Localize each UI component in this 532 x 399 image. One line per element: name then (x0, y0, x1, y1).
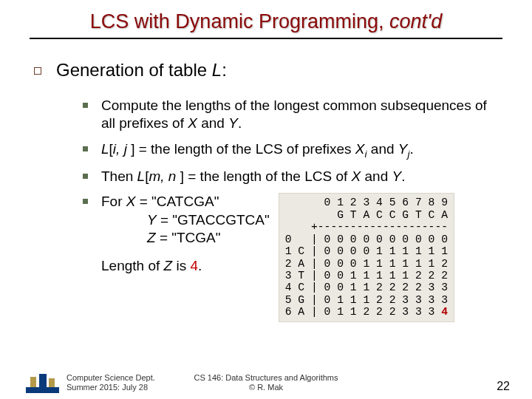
b2-X: X (355, 141, 365, 157)
svg-rect-1 (30, 377, 36, 387)
h1-text: Generation of table L: (56, 60, 227, 81)
ex-Y-val: = "GTACCGTCA" (157, 212, 270, 228)
bullet-marker-fill (83, 199, 88, 204)
b1-end: . (238, 115, 242, 131)
slide-title: LCS with Dynamic Programming, cont'd (30, 10, 502, 39)
level2-container: Compute the lengths of the longest commo… (83, 97, 502, 322)
svg-rect-0 (26, 387, 59, 393)
bullet-marker-fill (83, 174, 88, 179)
title-main: LCS with Dynamic Programming, (90, 10, 389, 33)
len-dot: . (198, 258, 202, 273)
ex-X: X (126, 194, 136, 209)
len-a: Length of (101, 258, 164, 273)
example-row: For X = "CATCGA" Y = "GTACCGTCA" Z = "TC… (83, 193, 502, 322)
page-number: 22 (497, 380, 510, 393)
ex-line-y: Y = "GTACCGTCA" (101, 211, 270, 229)
b3-L: L (137, 168, 146, 184)
ex-Z: Z (147, 230, 156, 245)
b2-text: L[i, j ] = the length of the LCS of pref… (101, 140, 414, 160)
ex-line-x: For X = "CATCGA" (101, 193, 270, 211)
bullet-2-3: Then L[m, n ] = the length of the LCS of… (83, 168, 502, 185)
bullet-2-2: L[i, j ] = the length of the LCS of pref… (83, 140, 502, 160)
b2-Y: Y (398, 141, 408, 157)
example-block: For X = "CATCGA" Y = "GTACCGTCA" Z = "TC… (101, 193, 270, 275)
b3-Y: Y (392, 168, 402, 184)
ex-Y: Y (147, 212, 157, 228)
ex-for: For (101, 194, 126, 209)
svg-rect-3 (49, 378, 55, 387)
ex-line-z: Z = "TCGA" (101, 229, 270, 247)
ex-Z-val: = "TCGA" (156, 230, 221, 245)
h1-pre: Generation of table (56, 60, 212, 80)
h1-post: : (222, 60, 227, 80)
footer-left: Computer Science Dept. Summer 2015: July… (66, 373, 155, 394)
b2-L: L (101, 141, 109, 157)
b1-y: Y (228, 115, 238, 131)
slide-footer: Computer Science Dept. Summer 2015: July… (0, 372, 532, 393)
b3-and: and (361, 168, 392, 184)
b2-eq: ] = the length of the LCS of prefixes (131, 141, 355, 157)
bullet-level1: Generation of table L: (34, 60, 502, 81)
lcs-table: 0 1 2 3 4 5 6 7 8 9 G T A C C G T C A +-… (279, 193, 454, 322)
footer-date: Summer 2015: July 28 (66, 383, 155, 393)
b3-eq: ] = the length of the LCS of (180, 168, 352, 184)
b2-dot: . (410, 141, 414, 157)
b3-text: Then L[m, n ] = the length of the LCS of… (101, 168, 405, 185)
b1-a: Compute the lengths of the longest commo… (101, 98, 487, 131)
b3-dot: . (401, 168, 405, 184)
len-Z: Z (164, 258, 173, 273)
b1-mid: and (197, 115, 228, 131)
b2-and: and (367, 141, 398, 157)
bullet-marker-fill (83, 103, 88, 108)
bullet-2-1: Compute the lengths of the longest commo… (83, 97, 502, 133)
bullet-marker-fill (83, 146, 88, 151)
b1-x: X (188, 115, 197, 131)
table-final-4: 4 (441, 306, 448, 318)
footer-dept: Computer Science Dept. (66, 373, 155, 383)
ex-X-val: = "CATCGA" (135, 194, 219, 209)
table-body: 0 1 2 3 4 5 6 7 8 9 G T A C C G T C A +-… (285, 197, 448, 318)
title-contd: cont'd (389, 10, 442, 33)
b3-mn: m, n (149, 168, 180, 184)
b3-X: X (352, 168, 361, 184)
svg-rect-2 (39, 374, 47, 387)
len-4: 4 (190, 258, 198, 273)
sjsu-logo (26, 372, 59, 393)
bullet-marker-open (34, 67, 41, 75)
length-line: Length of Z is 4. (101, 257, 270, 275)
b3-then: Then (101, 168, 137, 184)
len-is: is (172, 258, 190, 273)
b1-text: Compute the lengths of the longest commo… (101, 97, 502, 133)
h1-var: L (212, 60, 222, 80)
b2-ij: i, j (113, 141, 131, 157)
